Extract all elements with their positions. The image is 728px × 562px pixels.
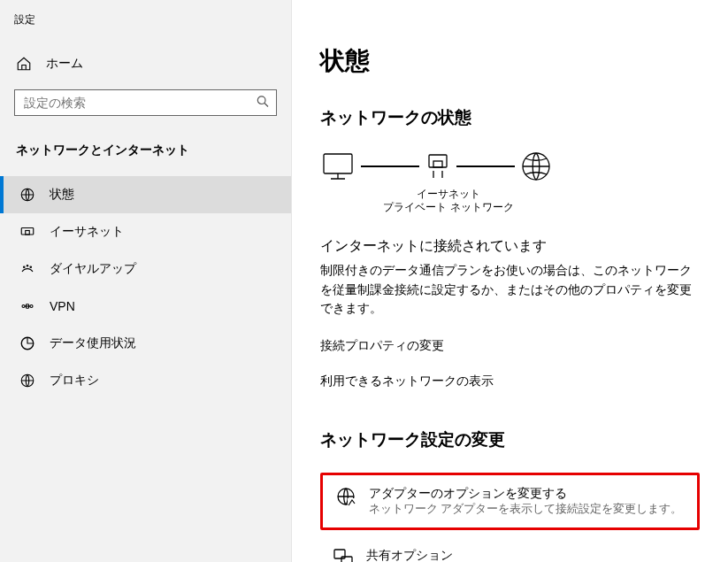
nav-item-data-usage[interactable]: データ使用状況 bbox=[0, 325, 291, 362]
adapter-options-icon bbox=[335, 486, 356, 517]
svg-rect-4 bbox=[26, 231, 30, 235]
option-title: アダプターのオプションを変更する bbox=[369, 486, 682, 502]
line-icon bbox=[361, 166, 419, 167]
option-adapter[interactable]: アダプターのオプションを変更する ネットワーク アダプターを表示して接続設定を変… bbox=[320, 473, 700, 530]
svg-point-8 bbox=[22, 305, 25, 308]
nav-item-label: データ使用状況 bbox=[50, 335, 136, 351]
option-desc: ネットワーク アダプターを表示して接続設定を変更します。 bbox=[369, 502, 682, 517]
nav-item-label: VPN bbox=[50, 299, 75, 313]
nav-item-label: プロキシ bbox=[50, 373, 99, 389]
router-icon bbox=[425, 151, 451, 181]
ethernet-icon bbox=[19, 224, 35, 240]
section-change-settings: ネットワーク設定の変更 bbox=[320, 428, 700, 451]
section-network-status: ネットワークの状態 bbox=[320, 106, 700, 129]
dialup-icon bbox=[19, 261, 35, 277]
page-title: 状態 bbox=[320, 44, 700, 78]
svg-point-5 bbox=[24, 266, 26, 268]
connected-body: 制限付きのデータ通信プランをお使いの場合は、このネットワークを従量制課金接続に設… bbox=[320, 261, 700, 319]
svg-rect-13 bbox=[324, 154, 352, 173]
nav-item-label: ダイヤルアップ bbox=[50, 261, 136, 277]
home-label: ホーム bbox=[46, 56, 83, 72]
nav-item-vpn[interactable]: VPN bbox=[0, 288, 291, 325]
svg-point-9 bbox=[30, 305, 33, 308]
status-icon bbox=[19, 187, 35, 203]
nav-item-dialup[interactable]: ダイヤルアップ bbox=[0, 250, 291, 288]
nav-list: 状態 イーサネット ダイヤルアップ VPN データ使用状況 bbox=[0, 176, 291, 399]
main-content: 状態 ネットワークの状態 イーサネット プライベート ネットワーク インターネッ… bbox=[292, 0, 728, 562]
nav-item-proxy[interactable]: プロキシ bbox=[0, 362, 291, 399]
search-container bbox=[14, 89, 277, 116]
category-title: ネットワークとインターネット bbox=[0, 134, 291, 176]
search-input[interactable] bbox=[14, 89, 277, 116]
nav-item-status[interactable]: 状態 bbox=[0, 176, 291, 213]
network-diagram bbox=[320, 150, 700, 182]
option-title: 共有オプション bbox=[366, 548, 687, 562]
connected-heading: インターネットに接続されています bbox=[320, 237, 700, 256]
home-button[interactable]: ホーム bbox=[0, 49, 291, 79]
diagram-caption-line2: プライベート ネットワーク bbox=[320, 201, 577, 214]
settings-sidebar: 設定 ホーム ネットワークとインターネット 状態 イーサネット bbox=[0, 0, 292, 562]
svg-rect-15 bbox=[433, 161, 442, 167]
nav-item-label: イーサネット bbox=[50, 224, 124, 240]
nav-item-ethernet[interactable]: イーサネット bbox=[0, 213, 291, 250]
svg-point-7 bbox=[30, 266, 32, 268]
home-icon bbox=[16, 56, 32, 72]
search-button[interactable] bbox=[252, 91, 273, 115]
sharing-options-icon bbox=[333, 548, 354, 562]
diagram-caption-line1: イーサネット bbox=[320, 188, 577, 201]
pc-icon bbox=[320, 151, 356, 181]
svg-rect-20 bbox=[341, 557, 352, 562]
diagram-caption: イーサネット プライベート ネットワーク bbox=[320, 188, 577, 214]
data-usage-icon bbox=[19, 335, 35, 351]
nav-item-label: 状態 bbox=[50, 187, 74, 203]
link-available-networks[interactable]: 利用できるネットワークの表示 bbox=[320, 373, 700, 389]
svg-point-6 bbox=[27, 266, 28, 267]
link-connection-properties[interactable]: 接続プロパティの変更 bbox=[320, 338, 700, 354]
search-icon bbox=[256, 98, 270, 112]
globe-icon bbox=[520, 150, 552, 182]
svg-point-0 bbox=[257, 96, 265, 104]
window-title: 設定 bbox=[0, 5, 291, 49]
proxy-icon bbox=[19, 373, 35, 389]
svg-rect-3 bbox=[21, 228, 34, 235]
line-icon bbox=[456, 166, 515, 167]
vpn-icon bbox=[19, 298, 35, 314]
svg-line-1 bbox=[264, 104, 268, 107]
option-sharing[interactable]: 共有オプション 接続先のネットワークについて、共有するものを指定します。 bbox=[320, 537, 700, 562]
